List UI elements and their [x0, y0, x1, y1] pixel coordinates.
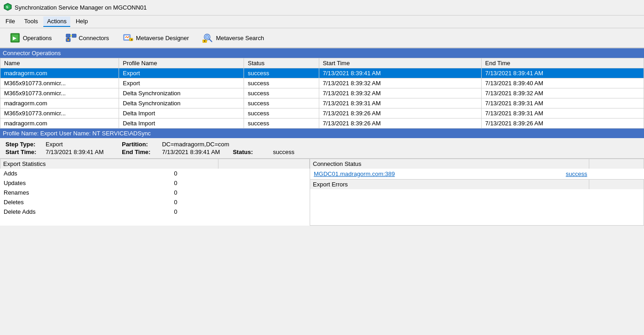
- menu-bar: File Tools Actions Help: [0, 15, 644, 28]
- mv-designer-label: Metaverse Designer: [136, 35, 189, 41]
- status-detail-value: success: [273, 149, 294, 155]
- window-title: Synchronization Service Manager on MGCON…: [15, 4, 147, 11]
- menu-file[interactable]: File: [2, 16, 19, 27]
- toolbar-operations-button[interactable]: ▶ Operations: [3, 30, 59, 46]
- lower-panels: Export Statistics Adds0Updates0Renames0D…: [0, 158, 644, 226]
- main-window: S Synchronization Service Manager on MGC…: [0, 0, 644, 335]
- table-row[interactable]: madragorm.comDelta Synchronizationsucces…: [0, 98, 644, 108]
- toolbar-mv-designer-button[interactable]: ★ Metaverse Designer: [116, 30, 196, 46]
- connection-server-link[interactable]: MGDC01.madragorm.com:389: [314, 170, 395, 177]
- start-time-label: Start Time:: [5, 149, 42, 155]
- menu-actions[interactable]: Actions: [43, 16, 70, 27]
- menu-help[interactable]: Help: [72, 16, 92, 27]
- svg-text:▶: ▶: [13, 36, 17, 41]
- partition-value: DC=madragorm,DC=com: [162, 141, 229, 148]
- list-item: MGDC01.madragorm.com:389success: [310, 169, 644, 179]
- detail-right-col: Partition: DC=madragorm,DC=com End Time:…: [122, 141, 294, 155]
- mv-search-label: Metaverse Search: [216, 35, 264, 41]
- table-row[interactable]: madragorm.comDelta Importsuccess7/13/202…: [0, 119, 644, 129]
- connectors-label: Connectors: [79, 35, 109, 41]
- app-icon: S: [4, 3, 12, 12]
- table-row[interactable]: madragorm.comExportsuccess7/13/2021 8:39…: [0, 68, 644, 78]
- export-errors-body: [310, 189, 644, 226]
- start-time-row: Start Time: 7/13/2021 8:39:41 AM: [5, 149, 104, 155]
- connector-operations-header: Connector Operations: [0, 48, 644, 58]
- svg-line-17: [209, 39, 212, 42]
- svg-rect-7: [72, 34, 76, 37]
- connectors-icon: [66, 32, 77, 43]
- step-type-value: Export: [46, 141, 63, 148]
- menu-tools[interactable]: Tools: [21, 16, 42, 27]
- svg-rect-6: [66, 34, 70, 37]
- title-bar: S Synchronization Service Manager on MGC…: [0, 0, 644, 15]
- partition-row: Partition: DC=madragorm,DC=com: [122, 141, 294, 148]
- connection-panel: Connection Status MGDC01.madragorm.com:3…: [310, 159, 644, 226]
- detail-body: Step Type: Export Start Time: 7/13/2021 …: [0, 138, 644, 158]
- status-detail-label: Status:: [233, 149, 269, 155]
- export-stats-panel: Export Statistics Adds0Updates0Renames0D…: [0, 159, 310, 226]
- list-item: Deletes0: [0, 197, 310, 207]
- partition-label: Partition:: [122, 141, 158, 148]
- operations-table: Name Profile Name Status Start Time End …: [0, 58, 644, 129]
- svg-text:★: ★: [203, 40, 206, 42]
- end-time-label: End Time:: [122, 149, 158, 155]
- stats-table: Adds0Updates0Renames0Deletes0Delete Adds…: [0, 169, 310, 216]
- col-header-end: End Time: [481, 58, 644, 68]
- toolbar-connectors-button[interactable]: Connectors: [59, 30, 116, 46]
- col-header-status: Status: [244, 58, 319, 68]
- svg-text:★: ★: [130, 38, 133, 41]
- step-type-label: Step Type:: [5, 141, 42, 148]
- export-errors-header: Export Errors: [310, 180, 589, 189]
- operations-label: Operations: [23, 35, 52, 41]
- list-item: Updates0: [0, 178, 310, 188]
- list-item: Delete Adds0: [0, 207, 310, 216]
- detail-profile-header: Profile Name: Export User Name: NT SERVI…: [0, 129, 644, 138]
- end-time-status-row: End Time: 7/13/2021 8:39:41 AM Status: s…: [122, 149, 294, 155]
- operations-icon: ▶: [10, 32, 21, 43]
- svg-point-18: [206, 35, 209, 38]
- toolbar-mv-search-button[interactable]: ★ Metaverse Search: [196, 30, 271, 46]
- connection-status-link[interactable]: success: [566, 170, 587, 177]
- table-row[interactable]: M365x910773.onmicr...Delta Synchronizati…: [0, 88, 644, 98]
- table-row[interactable]: M365x910773.onmicr...Delta Importsuccess…: [0, 108, 644, 119]
- mv-designer-icon: ★: [123, 32, 134, 43]
- connection-status-header: Connection Status: [310, 159, 589, 169]
- connection-table: MGDC01.madragorm.com:389success: [310, 169, 644, 179]
- svg-point-11: [67, 39, 69, 41]
- step-type-row: Step Type: Export: [5, 141, 104, 148]
- mv-search-icon: ★: [203, 32, 213, 43]
- table-row[interactable]: M365x910773.onmicr...Exportsuccess7/13/2…: [0, 78, 644, 88]
- operations-table-container: Name Profile Name Status Start Time End …: [0, 58, 644, 129]
- export-stats-header: Export Statistics: [0, 159, 218, 169]
- col-header-start: Start Time: [319, 58, 481, 68]
- toolbar: ▶ Operations Connectors: [0, 28, 644, 48]
- start-time-value: 7/13/2021 8:39:41 AM: [46, 149, 104, 155]
- list-item: Renames0: [0, 188, 310, 197]
- end-time-value: 7/13/2021 8:39:41 AM: [162, 149, 220, 155]
- col-header-name: Name: [0, 58, 119, 68]
- list-item: Adds0: [0, 169, 310, 178]
- svg-text:S: S: [6, 5, 9, 9]
- col-header-profile: Profile Name: [119, 58, 244, 68]
- detail-left-col: Step Type: Export Start Time: 7/13/2021 …: [5, 141, 104, 155]
